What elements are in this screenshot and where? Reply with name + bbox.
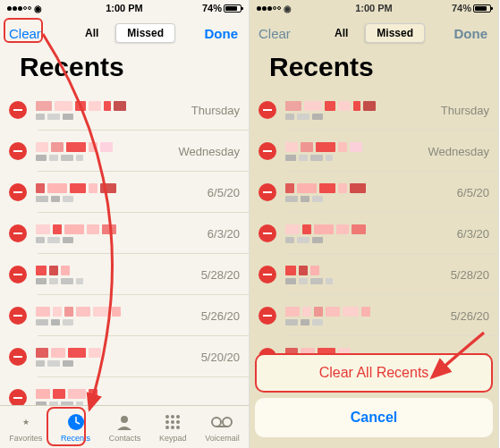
svg-point-12 bbox=[223, 418, 232, 427]
page-title: Recents bbox=[250, 50, 498, 89]
battery-icon bbox=[224, 4, 242, 13]
call-date: 5/28/20 bbox=[201, 268, 240, 282]
svg-point-4 bbox=[176, 415, 180, 418]
redacted-caller bbox=[36, 183, 202, 202]
wifi-icon: ︎◉ bbox=[284, 4, 292, 13]
clock-icon bbox=[65, 411, 87, 433]
redacted-caller bbox=[36, 224, 202, 243]
delete-icon[interactable] bbox=[9, 142, 27, 160]
segment-control[interactable]: All Missed bbox=[323, 23, 425, 43]
call-row[interactable]: Thursday bbox=[250, 89, 498, 131]
action-sheet: Clear All Recents Cancel bbox=[250, 348, 498, 448]
call-date: Thursday bbox=[191, 104, 240, 117]
call-date: 5/20/20 bbox=[201, 351, 240, 364]
svg-point-11 bbox=[212, 418, 221, 427]
status-time: 1:00 PM bbox=[106, 3, 143, 13]
nav-bar: Clear All Missed Done bbox=[0, 16, 249, 50]
delete-icon[interactable] bbox=[9, 266, 27, 283]
redacted-caller bbox=[285, 183, 452, 202]
tab-keypad[interactable]: Keypad bbox=[159, 411, 187, 443]
redacted-caller bbox=[36, 348, 196, 367]
svg-point-8 bbox=[165, 426, 169, 429]
call-date: 6/5/20 bbox=[208, 186, 240, 199]
segment-all[interactable]: All bbox=[323, 23, 360, 43]
call-row[interactable]: Wednesday bbox=[250, 131, 498, 172]
call-date: 6/3/20 bbox=[457, 227, 489, 241]
delete-icon[interactable] bbox=[258, 101, 276, 119]
redacted-caller bbox=[36, 266, 196, 284]
segment-missed[interactable]: Missed bbox=[365, 23, 425, 43]
call-row[interactable] bbox=[0, 377, 249, 405]
call-date: 5/26/20 bbox=[451, 309, 489, 323]
call-date: 6/5/20 bbox=[457, 186, 489, 199]
redacted-caller bbox=[36, 142, 174, 161]
clear-button[interactable]: Clear bbox=[9, 26, 41, 41]
call-row[interactable]: 5/26/20 bbox=[250, 295, 498, 336]
status-bar: ︎◉ 1:00 PM 74% bbox=[0, 0, 249, 16]
tab-bar: ★Favorites Recents Contacts Keypad Voice… bbox=[0, 405, 249, 448]
call-date: 5/26/20 bbox=[201, 309, 240, 323]
svg-point-3 bbox=[171, 415, 174, 418]
delete-icon[interactable] bbox=[9, 307, 27, 325]
redacted-caller bbox=[285, 266, 445, 284]
recents-list[interactable]: ThursdayWednesday6/5/206/3/205/28/205/26… bbox=[0, 89, 249, 405]
redacted-caller bbox=[285, 224, 452, 243]
call-row[interactable]: 6/3/20 bbox=[250, 213, 498, 254]
call-date: 6/3/20 bbox=[208, 227, 240, 241]
wifi-icon: ︎◉ bbox=[34, 4, 42, 13]
keypad-icon bbox=[162, 411, 183, 433]
screen-action-sheet: ︎◉ 1:00 PM 74% Clear All Missed Done Rec… bbox=[250, 0, 499, 448]
delete-icon[interactable] bbox=[9, 224, 27, 242]
redacted-caller bbox=[285, 142, 423, 161]
call-row[interactable]: Wednesday bbox=[0, 131, 249, 172]
delete-icon[interactable] bbox=[258, 142, 276, 160]
call-row[interactable]: 6/5/20 bbox=[0, 172, 249, 213]
call-date: Wednesday bbox=[179, 145, 240, 158]
delete-icon[interactable] bbox=[258, 307, 276, 325]
segment-control[interactable]: All Missed bbox=[73, 23, 175, 43]
delete-icon[interactable] bbox=[258, 224, 276, 242]
cancel-button[interactable]: Cancel bbox=[255, 398, 493, 437]
battery-percent: 74% bbox=[452, 3, 471, 13]
svg-point-1 bbox=[121, 416, 128, 423]
tab-recents[interactable]: Recents bbox=[61, 411, 90, 443]
done-button[interactable]: Done bbox=[454, 26, 488, 41]
delete-icon[interactable] bbox=[258, 183, 276, 201]
delete-icon[interactable] bbox=[9, 389, 27, 405]
page-title: Recents bbox=[0, 50, 249, 89]
call-row[interactable]: 5/26/20 bbox=[0, 295, 249, 336]
tab-favorites[interactable]: ★Favorites bbox=[9, 411, 42, 443]
svg-point-2 bbox=[165, 415, 169, 418]
tab-voicemail[interactable]: Voicemail bbox=[205, 411, 240, 443]
clear-all-recents-button[interactable]: Clear All Recents bbox=[255, 353, 493, 393]
done-button[interactable]: Done bbox=[205, 26, 239, 41]
svg-point-6 bbox=[171, 420, 174, 424]
delete-icon[interactable] bbox=[9, 348, 27, 366]
call-row[interactable]: 6/3/20 bbox=[0, 213, 249, 254]
redacted-caller bbox=[36, 389, 234, 406]
delete-icon[interactable] bbox=[9, 101, 27, 119]
status-time: 1:00 PM bbox=[355, 3, 393, 13]
status-bar: ︎◉ 1:00 PM 74% bbox=[250, 0, 498, 16]
svg-point-10 bbox=[176, 426, 180, 429]
tab-contacts[interactable]: Contacts bbox=[109, 411, 141, 443]
call-row[interactable]: Thursday bbox=[0, 89, 249, 131]
svg-point-7 bbox=[176, 420, 180, 424]
delete-icon[interactable] bbox=[9, 183, 27, 201]
person-icon bbox=[114, 411, 135, 433]
call-row[interactable]: 5/20/20 bbox=[0, 336, 249, 377]
delete-icon[interactable] bbox=[258, 266, 276, 283]
redacted-caller bbox=[36, 307, 196, 325]
call-row[interactable]: 5/28/20 bbox=[0, 254, 249, 295]
call-date: Thursday bbox=[441, 104, 489, 117]
redacted-caller bbox=[36, 101, 186, 120]
clear-button[interactable]: Clear bbox=[258, 26, 291, 41]
redacted-caller bbox=[285, 101, 436, 120]
battery-icon bbox=[473, 4, 491, 13]
nav-bar: Clear All Missed Done bbox=[250, 16, 498, 50]
call-date: 5/28/20 bbox=[451, 268, 489, 282]
segment-all[interactable]: All bbox=[73, 23, 110, 43]
call-row[interactable]: 5/28/20 bbox=[250, 254, 498, 295]
segment-missed[interactable]: Missed bbox=[115, 23, 175, 43]
call-row[interactable]: 6/5/20 bbox=[250, 172, 498, 213]
